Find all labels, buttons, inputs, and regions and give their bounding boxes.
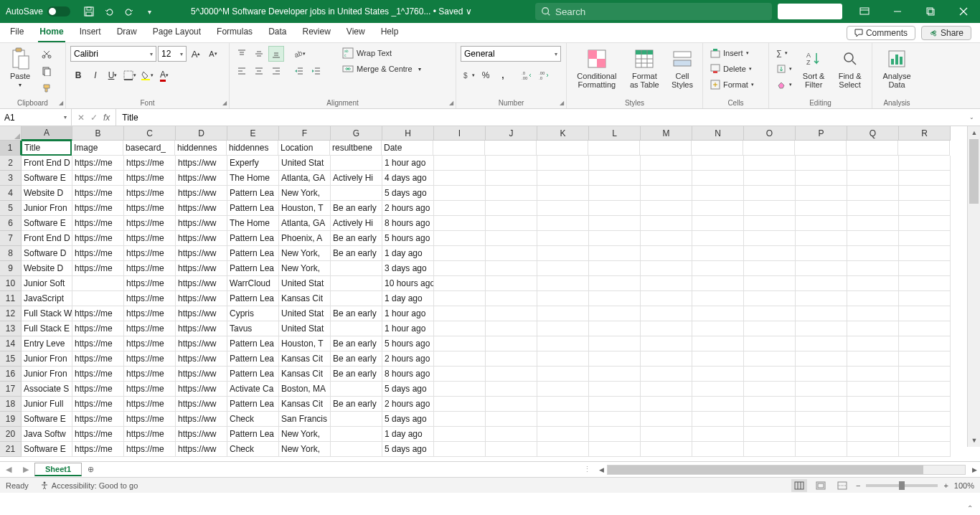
cell[interactable]: Kansas Cit	[279, 351, 331, 367]
cell[interactable]	[692, 171, 744, 186]
cell[interactable]	[796, 156, 847, 171]
cell[interactable]	[588, 141, 640, 156]
cell[interactable]: https://me	[124, 261, 176, 276]
cell[interactable]	[641, 246, 692, 261]
number-format-dropdown[interactable]: General▾	[461, 46, 561, 62]
cell[interactable]: Full Stack W	[22, 306, 72, 321]
cell[interactable]	[899, 306, 951, 321]
cell[interactable]	[641, 171, 692, 186]
cell[interactable]	[692, 367, 744, 382]
cell[interactable]	[899, 367, 951, 382]
cell[interactable]: Boston, MA	[279, 382, 331, 397]
cell[interactable]	[796, 336, 847, 351]
cell[interactable]: resultbene	[330, 141, 382, 156]
cell[interactable]	[847, 306, 899, 321]
cell[interactable]: https://me	[72, 321, 124, 336]
column-header[interactable]: N	[692, 126, 744, 141]
cell[interactable]: Be an early	[331, 306, 382, 321]
cell[interactable]: https://ww	[176, 336, 227, 351]
cell[interactable]: Be an early	[331, 246, 382, 261]
italic-button[interactable]: I	[88, 67, 103, 83]
align-top-icon[interactable]	[234, 46, 250, 62]
cell[interactable]: New York,	[279, 427, 331, 442]
cell[interactable]	[641, 397, 692, 412]
cell[interactable]	[743, 141, 795, 156]
cell[interactable]	[641, 261, 692, 276]
cell[interactable]: https://me	[124, 397, 176, 412]
row-header[interactable]: 10	[0, 276, 22, 291]
cell[interactable]: The Home	[227, 171, 279, 186]
cell[interactable]: The Home	[227, 216, 279, 231]
cell[interactable]	[640, 141, 692, 156]
fx-icon[interactable]: fx	[103, 113, 110, 123]
cell[interactable]: 5 days ago	[382, 382, 434, 397]
cell[interactable]	[692, 186, 744, 201]
cell[interactable]	[899, 186, 951, 201]
cell[interactable]: Website D	[22, 261, 72, 276]
cell[interactable]	[744, 442, 796, 457]
cell[interactable]	[486, 291, 537, 306]
cell[interactable]	[331, 261, 382, 276]
cell[interactable]: Pattern Lea	[227, 231, 279, 246]
cell[interactable]	[847, 442, 899, 457]
cell[interactable]: 2 hours ago	[382, 201, 434, 216]
cell[interactable]: https://me	[124, 367, 176, 382]
cell[interactable]	[486, 216, 537, 231]
cell[interactable]	[744, 427, 796, 442]
cell[interactable]: Junior Fron	[22, 367, 72, 382]
cell[interactable]: Be an early	[331, 201, 382, 216]
cell[interactable]	[486, 351, 537, 367]
cell[interactable]	[847, 141, 898, 156]
font-name-dropdown[interactable]: Calibri▾	[70, 46, 156, 62]
cell[interactable]	[537, 231, 589, 246]
percent-format-icon[interactable]: %	[478, 67, 494, 83]
cell[interactable]	[744, 367, 796, 382]
cell[interactable]	[641, 442, 692, 457]
row-header[interactable]: 17	[0, 382, 22, 397]
cell[interactable]: Tavus	[227, 321, 279, 336]
cell[interactable]	[486, 306, 537, 321]
cell[interactable]	[796, 186, 847, 201]
cell[interactable]	[847, 412, 899, 427]
cell[interactable]	[486, 156, 537, 171]
cell[interactable]	[537, 351, 589, 367]
scroll-thumb[interactable]	[969, 139, 979, 204]
conditional-formatting-button[interactable]: Conditional Formatting	[571, 46, 623, 90]
cells-area[interactable]: TitleImagebasecard_hiddenneshiddennesLoc…	[22, 141, 951, 457]
cell[interactable]	[434, 336, 486, 351]
cell[interactable]	[589, 336, 641, 351]
tab-pagelayout[interactable]: Page Layout	[151, 24, 202, 42]
cell[interactable]	[847, 171, 899, 186]
fill-color-icon[interactable]: ▾	[139, 67, 155, 83]
row-header[interactable]: 1	[0, 141, 22, 156]
cell[interactable]: Cypris	[227, 306, 279, 321]
format-cells-button[interactable]: Format▾	[707, 77, 757, 92]
cell[interactable]: Be an early	[331, 336, 382, 351]
cell[interactable]	[796, 171, 847, 186]
cell[interactable]	[641, 231, 692, 246]
cell[interactable]	[744, 276, 796, 291]
insert-cells-button[interactable]: Insert▾	[707, 46, 752, 60]
column-header[interactable]: P	[796, 126, 847, 141]
cell[interactable]: Junior Full	[22, 397, 72, 412]
cell[interactable]	[486, 321, 537, 336]
increase-indent-icon[interactable]	[308, 63, 324, 79]
cell[interactable]	[537, 291, 589, 306]
cell[interactable]	[744, 156, 796, 171]
cell[interactable]: San Francis	[279, 412, 331, 427]
cell[interactable]	[692, 306, 744, 321]
cell[interactable]: Location	[278, 141, 330, 156]
cell[interactable]	[796, 367, 847, 382]
cell[interactable]	[589, 246, 641, 261]
cell[interactable]	[847, 427, 899, 442]
cell[interactable]	[641, 412, 692, 427]
cell[interactable]	[434, 427, 486, 442]
cell[interactable]: https://ww	[176, 291, 227, 306]
tab-file[interactable]: File	[9, 24, 25, 42]
column-header[interactable]: D	[176, 126, 227, 141]
borders-icon[interactable]: ▾	[122, 67, 138, 83]
cell[interactable]	[486, 186, 537, 201]
align-middle-icon[interactable]	[251, 46, 267, 62]
cell[interactable]	[486, 261, 537, 276]
cell[interactable]	[641, 306, 692, 321]
